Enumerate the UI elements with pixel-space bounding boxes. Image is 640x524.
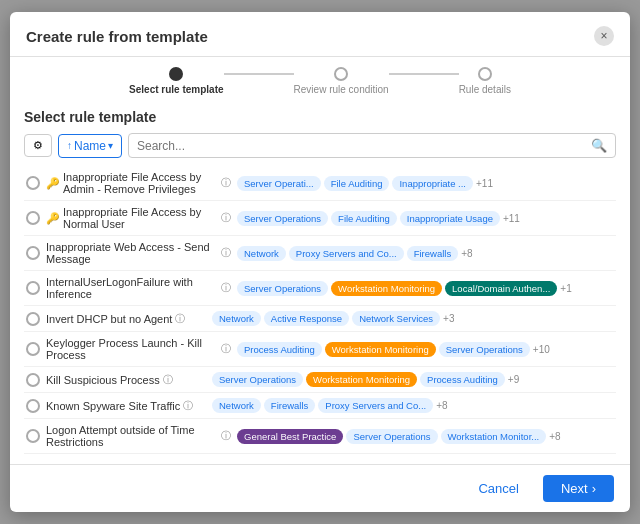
search-input[interactable] bbox=[137, 139, 591, 153]
tag: Active Response bbox=[264, 311, 349, 326]
info-icon[interactable]: ⓘ bbox=[221, 342, 231, 356]
next-icon: › bbox=[592, 481, 596, 496]
step-connector-1 bbox=[224, 73, 294, 75]
tag: Server Operati... bbox=[237, 176, 321, 191]
rule-radio[interactable] bbox=[26, 429, 40, 443]
table-row: Kill Suspicious ProcessⓘServer Operation… bbox=[24, 367, 616, 393]
rule-name-text: Keylogger Process Launch - Kill Process bbox=[46, 337, 218, 361]
tag-count: +1 bbox=[560, 283, 571, 294]
rule-tags: Process AuditingWorkstation MonitoringSe… bbox=[237, 342, 550, 357]
tag: General Best Practice bbox=[237, 429, 343, 444]
step-connector-2 bbox=[389, 73, 459, 75]
tag-count: +11 bbox=[476, 178, 493, 189]
table-row: 🔑Inappropriate File Access by Normal Use… bbox=[24, 201, 616, 236]
info-icon[interactable]: ⓘ bbox=[221, 176, 231, 190]
tag-count: +8 bbox=[549, 431, 560, 442]
tag: Process Auditing bbox=[420, 372, 505, 387]
rule-name-text: Inappropriate File Access by Admin - Rem… bbox=[63, 171, 218, 195]
tag-count: +9 bbox=[508, 374, 519, 385]
table-row: Known Spyware Site TrafficⓘNetworkFirewa… bbox=[24, 393, 616, 419]
info-icon[interactable]: ⓘ bbox=[163, 373, 173, 387]
step-3: Rule details bbox=[459, 67, 511, 95]
rule-radio[interactable] bbox=[26, 281, 40, 295]
next-label: Next bbox=[561, 481, 588, 496]
rule-name-text: Invert DHCP but no Agent bbox=[46, 313, 172, 325]
step-circle-1 bbox=[169, 67, 183, 81]
search-icon: 🔍 bbox=[591, 138, 607, 153]
sort-up-icon: ↑ bbox=[67, 140, 72, 151]
tag: Network bbox=[237, 246, 286, 261]
toolbar: ⚙ ↑ Name ▾ 🔍 bbox=[24, 133, 616, 158]
rule-radio[interactable] bbox=[26, 312, 40, 326]
rule-name: Logon Attempt outside of Time Restrictio… bbox=[46, 424, 231, 448]
rule-name: 🔑Inappropriate File Access by Admin - Re… bbox=[46, 171, 231, 195]
rule-tags: NetworkActive ResponseNetwork Services+3 bbox=[212, 311, 454, 326]
tag: Workstation Monitoring bbox=[331, 281, 442, 296]
rule-radio[interactable] bbox=[26, 399, 40, 413]
step-circle-2 bbox=[334, 67, 348, 81]
rule-tags: NetworkProxy Servers and Co...Firewalls+… bbox=[237, 246, 473, 261]
tag: Server Operations bbox=[237, 211, 328, 226]
rule-radio[interactable] bbox=[26, 342, 40, 356]
info-icon[interactable]: ⓘ bbox=[221, 246, 231, 260]
rule-tags: Server Operati...File AuditingInappropri… bbox=[237, 176, 493, 191]
rule-tags: NetworkFirewallsProxy Servers and Co...+… bbox=[212, 398, 448, 413]
step-label-3: Rule details bbox=[459, 84, 511, 95]
tag: Workstation Monitoring bbox=[325, 342, 436, 357]
rule-radio[interactable] bbox=[26, 373, 40, 387]
next-button[interactable]: Next › bbox=[543, 475, 614, 502]
tag: Firewalls bbox=[407, 246, 458, 261]
tag: Network Services bbox=[352, 311, 440, 326]
rule-name: InternalUserLogonFailure with Inferenceⓘ bbox=[46, 276, 231, 300]
table-row: Logon Attempt outside of Time Restrictio… bbox=[24, 419, 616, 454]
tag: Server Operations bbox=[237, 281, 328, 296]
rule-name: Invert DHCP but no Agentⓘ bbox=[46, 312, 206, 326]
table-row: Invert DHCP but no AgentⓘNetworkActive R… bbox=[24, 306, 616, 332]
step-circle-3 bbox=[478, 67, 492, 81]
rule-tags: Server OperationsWorkstation MonitoringP… bbox=[212, 372, 519, 387]
info-icon[interactable]: ⓘ bbox=[221, 211, 231, 225]
sort-down-icon: ▾ bbox=[108, 140, 113, 151]
info-icon[interactable]: ⓘ bbox=[175, 312, 185, 326]
rule-icon: 🔑 bbox=[46, 212, 60, 225]
rule-name: Inappropriate Web Access - Send Messageⓘ bbox=[46, 241, 231, 265]
cancel-button[interactable]: Cancel bbox=[462, 475, 534, 502]
info-icon[interactable]: ⓘ bbox=[183, 399, 193, 413]
rule-name: Kill Suspicious Processⓘ bbox=[46, 373, 206, 387]
tag: Inappropriate Usage bbox=[400, 211, 500, 226]
rule-name: Known Spyware Site Trafficⓘ bbox=[46, 399, 206, 413]
modal-title: Create rule from template bbox=[26, 28, 208, 45]
tag: Server Operations bbox=[212, 372, 303, 387]
info-icon[interactable]: ⓘ bbox=[221, 429, 231, 443]
rules-list: 🔑Inappropriate File Access by Admin - Re… bbox=[24, 166, 616, 454]
info-icon[interactable]: ⓘ bbox=[221, 281, 231, 295]
tag: Local/Domain Authen... bbox=[445, 281, 557, 296]
search-box: 🔍 bbox=[128, 133, 616, 158]
tag: Inappropriate ... bbox=[392, 176, 473, 191]
modal: Create rule from template × Select rule … bbox=[10, 12, 630, 512]
tag: Proxy Servers and Co... bbox=[289, 246, 404, 261]
tag: Firewalls bbox=[264, 398, 315, 413]
step-1: Select rule template bbox=[129, 67, 223, 95]
close-button[interactable]: × bbox=[594, 26, 614, 46]
rule-name-text: Inappropriate Web Access - Send Message bbox=[46, 241, 218, 265]
content-area: Select rule template ⚙ ↑ Name ▾ 🔍 🔑Inapp… bbox=[10, 99, 630, 464]
tag-count: +10 bbox=[533, 344, 550, 355]
rule-radio[interactable] bbox=[26, 211, 40, 225]
tag-count: +11 bbox=[503, 213, 520, 224]
step-2: Review rule condition bbox=[294, 67, 389, 95]
sort-label: Name bbox=[74, 139, 106, 153]
tag-count: +3 bbox=[443, 313, 454, 324]
tag-count: +8 bbox=[461, 248, 472, 259]
sort-button[interactable]: ↑ Name ▾ bbox=[58, 134, 122, 158]
table-row: Inappropriate Web Access - Send Messageⓘ… bbox=[24, 236, 616, 271]
tag: Network bbox=[212, 398, 261, 413]
rule-radio[interactable] bbox=[26, 246, 40, 260]
table-row: 🔑Inappropriate File Access by Admin - Re… bbox=[24, 166, 616, 201]
rule-name-text: Logon Attempt outside of Time Restrictio… bbox=[46, 424, 218, 448]
rule-radio[interactable] bbox=[26, 176, 40, 190]
rule-icon: 🔑 bbox=[46, 177, 60, 190]
tag-count: +8 bbox=[436, 400, 447, 411]
stepper: Select rule template Review rule conditi… bbox=[10, 57, 630, 99]
filter-button[interactable]: ⚙ bbox=[24, 134, 52, 157]
